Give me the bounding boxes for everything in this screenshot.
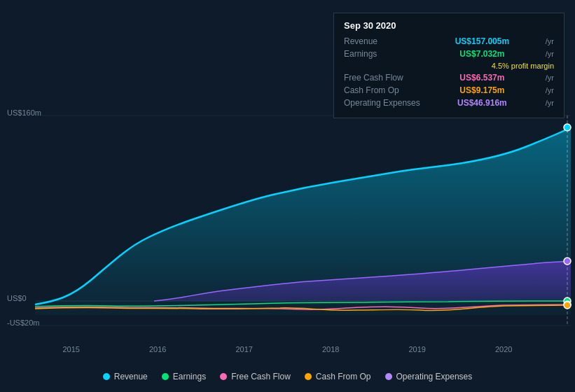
tooltip-label-earnings: Earnings	[344, 49, 421, 59]
tooltip-label-opex: Operating Expenses	[344, 98, 421, 108]
svg-point-9	[564, 302, 571, 309]
tooltip-label-fcf: Free Cash Flow	[344, 73, 421, 83]
x-label-2017: 2017	[236, 345, 253, 354]
legend-item-revenue[interactable]: Revenue	[103, 372, 148, 382]
legend-dot-earnings	[162, 373, 169, 380]
tooltip-panel: Sep 30 2020 Revenue US$157.005m /yr Earn…	[333, 13, 564, 118]
svg-point-6	[564, 258, 571, 265]
legend-label-fcf: Free Cash Flow	[231, 372, 291, 382]
tooltip-label-cashop: Cash From Op	[344, 85, 421, 95]
legend-dot-revenue	[103, 373, 110, 380]
tooltip-unit-cashop: /yr	[546, 86, 554, 94]
tooltip-profit-margin: 4.5% profit margin	[492, 62, 554, 70]
x-label-2019: 2019	[409, 345, 426, 354]
x-axis-labels: 2015 2016 2017 2018 2019 2020	[0, 345, 575, 354]
legend-dot-opex	[385, 373, 392, 380]
chart-legend: Revenue Earnings Free Cash Flow Cash Fro…	[0, 372, 575, 382]
legend-label-earnings: Earnings	[173, 372, 206, 382]
legend-label-cashop: Cash From Op	[316, 372, 371, 382]
legend-label-revenue: Revenue	[114, 372, 148, 382]
tooltip-row-cashop: Cash From Op US$9.175m /yr	[344, 85, 554, 95]
svg-point-5	[564, 124, 571, 131]
tooltip-value-opex: US$46.916m	[457, 98, 507, 108]
legend-dot-cashop	[305, 373, 312, 380]
y-label-neg: -US$20m	[7, 318, 39, 327]
tooltip-value-cashop: US$9.175m	[459, 85, 504, 95]
tooltip-date: Sep 30 2020	[344, 20, 554, 31]
tooltip-profit-margin-row: 4.5% profit margin	[344, 62, 554, 70]
legend-item-opex[interactable]: Operating Expenses	[385, 372, 473, 382]
tooltip-value-earnings: US$7.032m	[459, 49, 504, 59]
tooltip-row-revenue: Revenue US$157.005m /yr	[344, 36, 554, 46]
x-label-2015: 2015	[63, 345, 80, 354]
legend-item-fcf[interactable]: Free Cash Flow	[220, 372, 291, 382]
tooltip-unit-fcf: /yr	[546, 74, 554, 82]
legend-label-opex: Operating Expenses	[396, 372, 473, 382]
tooltip-value-revenue: US$157.005m	[455, 36, 509, 46]
tooltip-unit-opex: /yr	[546, 99, 554, 107]
tooltip-row-fcf: Free Cash Flow US$6.537m /yr	[344, 73, 554, 83]
legend-item-cashop[interactable]: Cash From Op	[305, 372, 371, 382]
tooltip-label-revenue: Revenue	[344, 36, 421, 46]
x-label-2018: 2018	[322, 345, 339, 354]
tooltip-row-opex: Operating Expenses US$46.916m /yr	[344, 98, 554, 108]
legend-item-earnings[interactable]: Earnings	[162, 372, 206, 382]
y-label-top: US$160m	[7, 108, 41, 117]
x-label-2016: 2016	[149, 345, 166, 354]
x-label-2020: 2020	[495, 345, 512, 354]
tooltip-row-earnings: Earnings US$7.032m /yr	[344, 49, 554, 59]
tooltip-unit-revenue: /yr	[546, 37, 554, 46]
tooltip-value-fcf: US$6.537m	[459, 73, 504, 83]
legend-dot-fcf	[220, 373, 227, 380]
y-label-zero: US$0	[7, 294, 27, 302]
tooltip-unit-earnings: /yr	[546, 50, 554, 58]
